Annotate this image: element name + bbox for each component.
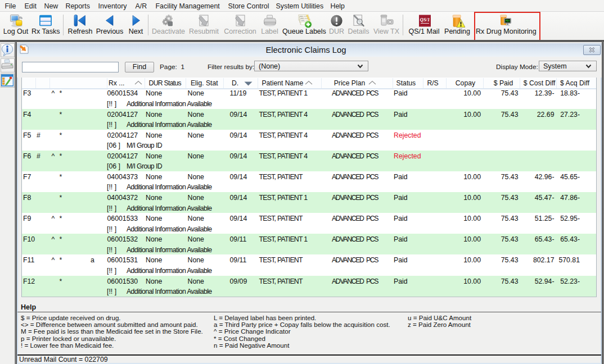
svg-text:QS/1: QS/1 bbox=[420, 17, 430, 22]
